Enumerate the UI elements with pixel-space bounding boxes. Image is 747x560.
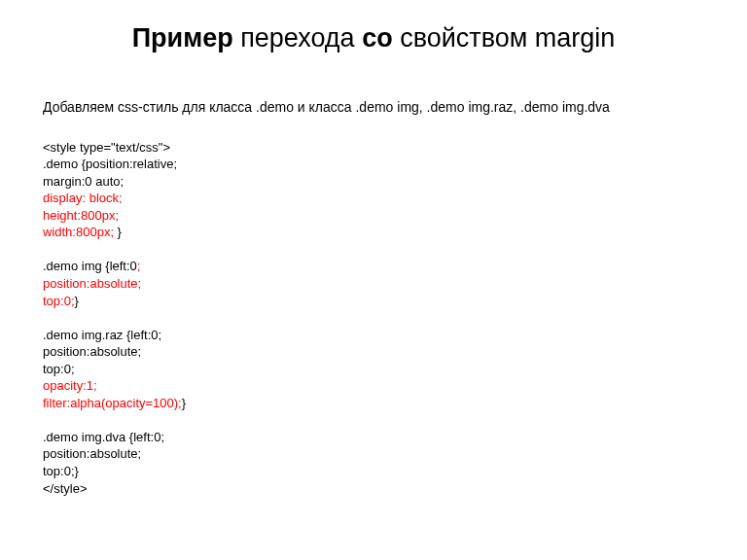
title-part-4: свойством [393,23,535,52]
title-bold-3: со [362,23,393,52]
code-line: .demo img.raz {left:0; [43,328,161,342]
code-line: } [182,396,186,410]
code-line: <style type="text/css"> [43,140,170,155]
code-line: } [75,294,79,308]
code-line-red: opacity:1; [43,378,97,393]
slide-title: Пример перехода со свойством margin [43,23,704,53]
code-line: margin:0 auto; [43,174,124,189]
code-line: top:0;} [43,464,79,478]
code-line: .demo {position:relative; [43,157,177,171]
code-line-red: display: block; [43,191,123,205]
code-line-red: filter:alpha(opacity=100); [43,396,182,410]
title-bold-1: Пример [132,23,233,52]
code-line-red: height:800px; [43,208,119,223]
title-part-5: margin [535,23,616,52]
code-line: top:0; [43,362,75,376]
code-line-red: position:absolute; [43,276,141,291]
code-line: .demo img.dva {left:0; [43,430,164,444]
code-line-red: ; [137,259,141,273]
code-line: </style> [43,481,88,496]
intro-text: Добавляем css-стиль для класса .demo и к… [43,98,704,118]
slide: Пример перехода со свойством margin Доба… [0,0,747,560]
code-line: } [114,225,122,239]
code-line-red: top:0; [43,294,75,308]
code-line-red: width:800px; [43,225,114,239]
code-line: position:absolute; [43,344,141,359]
title-part-2: перехода [233,23,362,52]
code-line: .demo img {left:0 [43,259,137,273]
code-line: position:absolute; [43,446,141,461]
code-block: <style type="text/css"> .demo {position:… [43,139,704,497]
